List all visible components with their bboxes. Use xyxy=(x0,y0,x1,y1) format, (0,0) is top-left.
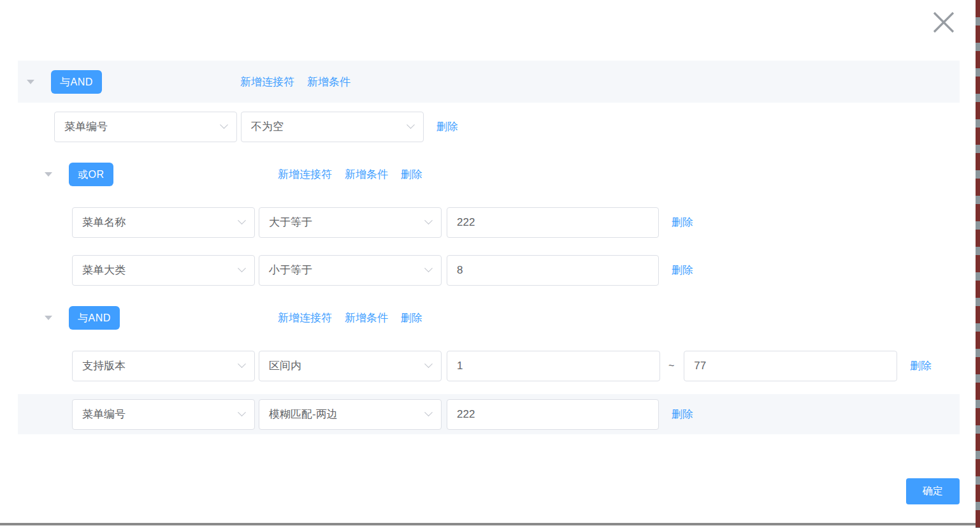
collapse-arrow-icon[interactable] xyxy=(27,80,34,84)
delete-condition-link[interactable]: 删除 xyxy=(672,263,693,277)
screen-bottom-bar xyxy=(0,523,976,525)
connector-row-root: 与AND 新增连接符 新增条件 xyxy=(18,61,960,103)
collapse-arrow-icon[interactable] xyxy=(45,172,52,177)
operator-select[interactable]: 模糊匹配-两边 xyxy=(259,399,442,430)
field-select[interactable]: 菜单编号 xyxy=(72,399,255,430)
operator-select-value: 不为空 xyxy=(251,119,284,134)
delete-condition-link[interactable]: 删除 xyxy=(672,215,693,230)
collapse-arrow-icon[interactable] xyxy=(45,316,52,320)
chevron-down-icon xyxy=(424,216,433,224)
chevron-down-icon xyxy=(424,408,433,416)
operator-select[interactable]: 不为空 xyxy=(241,112,424,142)
add-condition-link[interactable]: 新增条件 xyxy=(345,167,388,182)
close-button[interactable] xyxy=(930,9,957,36)
chevron-down-icon xyxy=(424,264,433,272)
filter-builder-dialog: 与AND 新增连接符 新增条件 菜单编号 不为空 删除 或OR 新增连接符 新增… xyxy=(0,0,980,528)
chevron-down-icon xyxy=(238,216,246,224)
field-select-value: 菜单编号 xyxy=(82,407,126,422)
delete-condition-link[interactable]: 删除 xyxy=(436,119,458,134)
connector-row-and-nested: 与AND 新增连接符 新增条件 删除 xyxy=(18,294,960,342)
connector-badge-and[interactable]: 与AND xyxy=(51,70,102,94)
add-connector-link[interactable]: 新增连接符 xyxy=(278,167,332,182)
confirm-button[interactable]: 确定 xyxy=(906,478,960,504)
operator-select-value: 模糊匹配-两边 xyxy=(269,407,338,422)
range-separator: ~ xyxy=(668,360,674,372)
delete-connector-link[interactable]: 删除 xyxy=(401,311,422,325)
operator-select[interactable]: 区间内 xyxy=(259,351,442,381)
field-select[interactable]: 菜单大类 xyxy=(72,255,255,286)
range-max-input[interactable] xyxy=(684,351,897,381)
field-select-value: 支持版本 xyxy=(82,358,126,373)
delete-condition-link[interactable]: 删除 xyxy=(910,358,932,373)
condition-row: 菜单编号 模糊匹配-两边 删除 xyxy=(18,394,960,434)
chevron-down-icon xyxy=(238,264,246,272)
chevron-down-icon xyxy=(238,360,246,368)
condition-row: 菜单名称 大于等于 删除 xyxy=(18,198,960,246)
delete-connector-link[interactable]: 删除 xyxy=(401,167,422,182)
connector-row-or: 或OR 新增连接符 新增条件 删除 xyxy=(18,150,960,198)
field-select-value: 菜单编号 xyxy=(64,119,108,134)
chevron-down-icon xyxy=(424,360,433,368)
close-icon xyxy=(932,11,955,34)
add-condition-link[interactable]: 新增条件 xyxy=(345,311,388,325)
delete-condition-link[interactable]: 删除 xyxy=(672,407,693,422)
chevron-down-icon xyxy=(238,408,246,416)
field-select[interactable]: 菜单编号 xyxy=(54,112,237,142)
operator-select[interactable]: 大于等于 xyxy=(259,207,442,238)
add-condition-link[interactable]: 新增条件 xyxy=(307,75,350,89)
operator-select[interactable]: 小于等于 xyxy=(259,255,442,286)
connector-badge-or[interactable]: 或OR xyxy=(69,163,113,186)
field-select-value: 菜单名称 xyxy=(82,215,126,230)
operator-select-value: 区间内 xyxy=(269,358,301,373)
field-select[interactable]: 支持版本 xyxy=(72,351,255,381)
field-select[interactable]: 菜单名称 xyxy=(72,207,255,238)
add-connector-link[interactable]: 新增连接符 xyxy=(278,311,332,325)
condition-row: 菜单编号 不为空 删除 xyxy=(18,103,960,150)
connector-badge-and[interactable]: 与AND xyxy=(69,306,120,330)
operator-select-value: 小于等于 xyxy=(269,263,312,277)
screen-edge-dashed-strip xyxy=(976,0,980,528)
field-select-value: 菜单大类 xyxy=(82,263,126,277)
condition-row-range: 支持版本 区间内 ~ 删除 xyxy=(18,342,960,390)
condition-row: 菜单大类 小于等于 删除 xyxy=(18,246,960,294)
chevron-down-icon xyxy=(220,121,228,129)
range-min-input[interactable] xyxy=(447,351,660,381)
chevron-down-icon xyxy=(407,121,415,129)
value-input[interactable] xyxy=(447,255,659,286)
add-connector-link[interactable]: 新增连接符 xyxy=(240,75,294,89)
value-input[interactable] xyxy=(447,399,659,430)
operator-select-value: 大于等于 xyxy=(269,215,312,230)
value-input[interactable] xyxy=(447,207,659,238)
